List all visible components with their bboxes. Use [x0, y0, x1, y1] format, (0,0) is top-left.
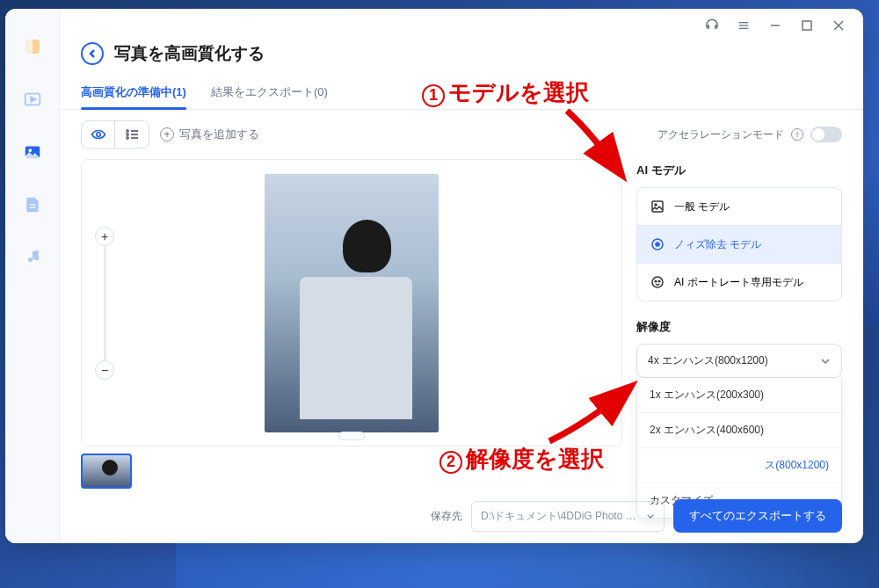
model-label: ノィズ除去 モデル [674, 237, 761, 252]
chevron-down-icon [820, 355, 831, 367]
tabs: 高画質化の準備中(1) 結果をエクスポート(0) [60, 76, 863, 110]
model-label: AI ポートレート専用モデル [674, 275, 803, 290]
add-photo-button[interactable]: + 写真を追加する [160, 127, 259, 142]
add-photo-label: 写真を追加する [179, 127, 259, 142]
minimize-icon[interactable] [766, 17, 784, 34]
svg-point-17 [127, 130, 128, 132]
settings-panel: AI モデル 一般 モデル ノィズ除去 モデル AI ポートレート専用モデル [636, 159, 842, 446]
accel-label: アクセラレーションモード [657, 127, 784, 142]
sidebar-item-home[interactable] [21, 35, 44, 58]
zoom-in-button[interactable]: + [95, 227, 114, 246]
model-item-general[interactable]: 一般 モデル [637, 188, 841, 226]
headset-icon[interactable] [703, 17, 721, 34]
svg-point-19 [127, 134, 128, 135]
info-icon[interactable]: ! [791, 128, 803, 141]
sidebar [5, 9, 60, 543]
footer: 保存先 D:\ドキュメント\4DDiG Photo Enh... すべてのエクス… [60, 489, 863, 543]
preview-image[interactable] [265, 174, 439, 432]
resolution-option-2x[interactable]: 2x エンハンス(400x600) [637, 413, 841, 448]
resolution-option-1x[interactable]: 1x エンハンス(200x300) [637, 378, 841, 413]
header: 写真を高画質化する [60, 42, 863, 76]
svg-point-21 [127, 137, 128, 139]
sidebar-item-video[interactable] [21, 88, 44, 111]
resolution-title: 解像度 [636, 319, 842, 335]
model-item-denoise[interactable]: ノィズ除去 モデル [637, 226, 841, 264]
zoom-control: + − [94, 227, 115, 380]
svg-point-24 [655, 204, 657, 206]
svg-point-29 [658, 280, 660, 282]
page-title: 写真を高画質化する [114, 42, 265, 65]
save-path-text: D:\ドキュメント\4DDiG Photo Enh... [481, 509, 639, 524]
sidebar-item-document[interactable] [21, 193, 44, 216]
close-icon[interactable] [830, 17, 847, 34]
chevron-down-icon [646, 510, 655, 522]
save-path-select[interactable]: D:\ドキュメント\4DDiG Photo Enh... [471, 501, 665, 532]
denoise-icon [650, 236, 665, 252]
svg-rect-23 [652, 201, 663, 212]
view-list-button[interactable] [115, 121, 149, 148]
thumbnail-strip [60, 446, 863, 489]
svg-point-8 [34, 256, 39, 260]
zoom-out-button[interactable]: − [95, 360, 114, 380]
view-grid-button[interactable] [82, 121, 115, 148]
main-content: 写真を高画質化する 高画質化の準備中(1) 結果をエクスポート(0) + 写真を… [60, 9, 863, 543]
preview-drag-handle[interactable] [338, 432, 365, 440]
tab-preparing[interactable]: 高画質化の準備中(1) [81, 76, 186, 109]
sidebar-item-audio[interactable] [21, 246, 44, 269]
resolution-select[interactable]: 4x エンハンス(800x1200) [636, 344, 842, 378]
svg-rect-7 [29, 207, 35, 208]
toolbar: + 写真を追加する アクセラレーションモード ! [60, 110, 863, 159]
thumbnail-1[interactable] [81, 454, 132, 489]
tab-export-results[interactable]: 結果をエクスポート(0) [211, 76, 328, 109]
accel-toggle[interactable] [810, 127, 842, 142]
svg-point-26 [656, 243, 659, 246]
model-list: 一般 モデル ノィズ除去 モデル AI ポートレート専用モデル [636, 187, 842, 301]
svg-marker-3 [31, 97, 36, 102]
maximize-icon[interactable] [798, 17, 816, 34]
image-icon [650, 199, 665, 214]
titlebar [60, 9, 863, 42]
svg-point-5 [28, 149, 32, 152]
view-toggle [81, 120, 149, 149]
svg-point-16 [96, 133, 100, 137]
svg-point-27 [652, 277, 663, 287]
svg-point-28 [655, 280, 657, 282]
save-to-label: 保存先 [431, 509, 462, 524]
menu-icon[interactable] [735, 17, 752, 34]
ai-model-title: AI モデル [636, 163, 842, 178]
sidebar-item-photo[interactable] [21, 141, 44, 163]
svg-rect-13 [803, 21, 811, 30]
zoom-slider[interactable] [104, 246, 106, 360]
svg-rect-6 [29, 204, 35, 205]
acceleration-mode: アクセラレーションモード ! [657, 127, 842, 142]
resolution-selected: 4x エンハンス(800x1200) [648, 353, 768, 368]
back-button[interactable] [81, 42, 104, 65]
app-window: 写真を高画質化する 高画質化の準備中(1) 結果をエクスポート(0) + 写真を… [5, 9, 863, 543]
portrait-icon [650, 274, 665, 290]
preview-area: + − [81, 159, 622, 446]
svg-rect-1 [25, 40, 33, 54]
content: + − AI モデル 一般 モデル ノィズ除去 モデル [60, 159, 863, 446]
model-item-portrait[interactable]: AI ポートレート専用モデル [637, 264, 841, 301]
export-all-button[interactable]: すべてのエクスポートする [673, 499, 842, 533]
model-label: 一般 モデル [674, 200, 730, 214]
plus-icon: + [160, 127, 174, 142]
